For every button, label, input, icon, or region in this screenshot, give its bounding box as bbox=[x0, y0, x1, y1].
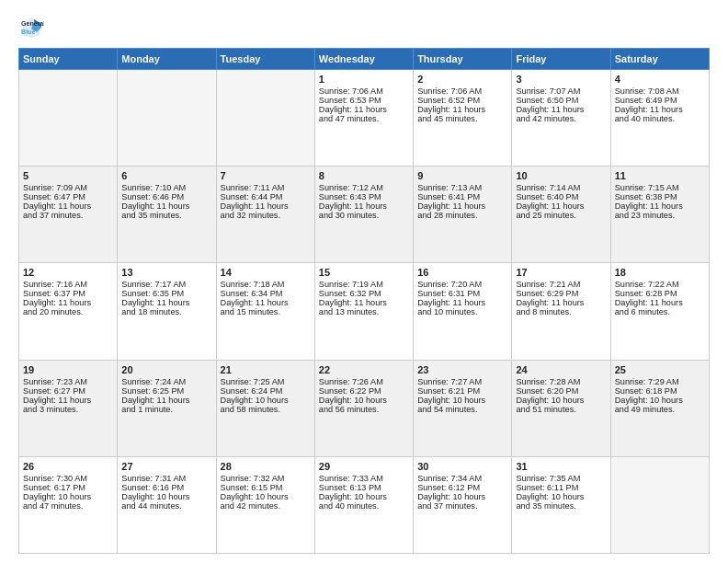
calendar-table: SundayMondayTuesdayWednesdayThursdayFrid… bbox=[18, 48, 710, 554]
day-number: 21 bbox=[221, 364, 311, 375]
day-info: Daylight: 11 hours bbox=[319, 298, 409, 307]
day-info: Sunrise: 7:29 AM bbox=[615, 377, 705, 386]
day-info: Daylight: 10 hours bbox=[615, 396, 705, 405]
calendar-cell: 5Sunrise: 7:09 AMSunset: 6:47 PMDaylight… bbox=[19, 167, 118, 263]
day-info: and 15 minutes. bbox=[221, 307, 311, 316]
svg-text:Blue: Blue bbox=[21, 29, 35, 35]
day-info: Sunset: 6:15 PM bbox=[221, 483, 311, 492]
calendar-cell: 11Sunrise: 7:15 AMSunset: 6:38 PMDayligh… bbox=[610, 167, 709, 263]
day-info: Daylight: 11 hours bbox=[516, 201, 606, 211]
day-info: and 40 minutes. bbox=[319, 501, 409, 511]
day-info: Sunset: 6:44 PM bbox=[221, 192, 311, 201]
day-info: Sunrise: 7:14 AM bbox=[516, 183, 606, 192]
day-info: Sunrise: 7:20 AM bbox=[417, 280, 507, 289]
day-info: Daylight: 11 hours bbox=[121, 396, 211, 405]
day-info: Sunset: 6:32 PM bbox=[319, 289, 409, 298]
day-info: Daylight: 10 hours bbox=[121, 492, 211, 501]
day-info: Daylight: 11 hours bbox=[121, 201, 211, 211]
day-info: Sunrise: 7:18 AM bbox=[221, 280, 311, 289]
day-info: Sunset: 6:20 PM bbox=[516, 386, 606, 396]
day-info: and 6 minutes. bbox=[615, 307, 705, 316]
logo: General Blue bbox=[18, 15, 44, 40]
day-info: Daylight: 10 hours bbox=[417, 492, 507, 501]
day-info: Sunset: 6:18 PM bbox=[615, 386, 705, 396]
day-info: Sunrise: 7:30 AM bbox=[23, 474, 113, 483]
day-info: and 45 minutes. bbox=[417, 114, 507, 123]
day-number: 27 bbox=[121, 461, 211, 472]
day-info: and 32 minutes. bbox=[221, 211, 311, 220]
calendar-cell: 2Sunrise: 7:06 AMSunset: 6:52 PMDaylight… bbox=[414, 70, 512, 167]
day-info: and 47 minutes. bbox=[319, 114, 409, 123]
day-info: Sunrise: 7:17 AM bbox=[121, 280, 211, 289]
day-info: Sunset: 6:35 PM bbox=[121, 289, 211, 298]
day-info: Sunrise: 7:25 AM bbox=[221, 377, 311, 386]
day-info: Sunset: 6:41 PM bbox=[417, 192, 507, 201]
day-of-week-monday: Monday bbox=[118, 49, 216, 70]
day-info: Sunset: 6:11 PM bbox=[516, 483, 606, 492]
day-info: Sunrise: 7:19 AM bbox=[319, 280, 409, 289]
calendar-cell: 23Sunrise: 7:27 AMSunset: 6:21 PMDayligh… bbox=[414, 360, 512, 456]
calendar-cell: 24Sunrise: 7:28 AMSunset: 6:20 PMDayligh… bbox=[512, 360, 610, 456]
day-info: Sunset: 6:53 PM bbox=[319, 96, 409, 105]
day-info: and 23 minutes. bbox=[615, 211, 705, 220]
day-info: Sunset: 6:49 PM bbox=[615, 96, 705, 105]
day-info: Sunset: 6:27 PM bbox=[23, 386, 113, 396]
day-number: 4 bbox=[615, 74, 705, 85]
day-info: Sunrise: 7:13 AM bbox=[417, 183, 507, 192]
day-info: and 35 minutes. bbox=[516, 501, 606, 511]
day-number: 1 bbox=[319, 74, 409, 85]
calendar-week-1: 1Sunrise: 7:06 AMSunset: 6:53 PMDaylight… bbox=[19, 70, 710, 167]
day-info: Sunrise: 7:32 AM bbox=[221, 474, 311, 483]
day-info: and 56 minutes. bbox=[319, 405, 409, 414]
day-info: Sunset: 6:52 PM bbox=[417, 96, 507, 105]
day-info: Daylight: 11 hours bbox=[516, 105, 606, 114]
day-info: Sunrise: 7:07 AM bbox=[516, 86, 606, 96]
calendar-cell: 1Sunrise: 7:06 AMSunset: 6:53 PMDaylight… bbox=[314, 70, 413, 167]
day-number: 20 bbox=[121, 364, 211, 375]
day-info: Sunrise: 7:09 AM bbox=[23, 183, 113, 192]
day-number: 6 bbox=[121, 170, 211, 181]
day-number: 12 bbox=[23, 267, 113, 278]
calendar-week-3: 12Sunrise: 7:16 AMSunset: 6:37 PMDayligh… bbox=[19, 263, 710, 360]
day-number: 31 bbox=[516, 461, 606, 472]
calendar-cell: 17Sunrise: 7:21 AMSunset: 6:29 PMDayligh… bbox=[512, 263, 610, 360]
day-number: 28 bbox=[221, 461, 311, 472]
day-number: 16 bbox=[417, 267, 507, 278]
calendar-cell: 21Sunrise: 7:25 AMSunset: 6:24 PMDayligh… bbox=[216, 360, 314, 456]
day-info: Daylight: 10 hours bbox=[516, 396, 606, 405]
day-number: 26 bbox=[23, 461, 113, 472]
day-info: and 49 minutes. bbox=[615, 405, 705, 414]
calendar-cell: 19Sunrise: 7:23 AMSunset: 6:27 PMDayligh… bbox=[19, 360, 118, 456]
day-info: Sunset: 6:47 PM bbox=[23, 192, 113, 201]
page: General Blue SundayMondayTuesdayWednesda… bbox=[0, 0, 728, 563]
day-info: and 3 minutes. bbox=[23, 405, 113, 414]
day-info: Sunset: 6:24 PM bbox=[221, 386, 311, 396]
calendar-cell: 27Sunrise: 7:31 AMSunset: 6:16 PMDayligh… bbox=[118, 456, 216, 553]
calendar-cell: 30Sunrise: 7:34 AMSunset: 6:12 PMDayligh… bbox=[414, 456, 512, 553]
calendar-cell: 31Sunrise: 7:35 AMSunset: 6:11 PMDayligh… bbox=[512, 456, 610, 553]
calendar-cell: 9Sunrise: 7:13 AMSunset: 6:41 PMDaylight… bbox=[414, 167, 512, 263]
day-number: 24 bbox=[516, 364, 606, 375]
calendar-week-5: 26Sunrise: 7:30 AMSunset: 6:17 PMDayligh… bbox=[19, 456, 710, 553]
day-info: Daylight: 10 hours bbox=[319, 396, 409, 405]
day-info: Daylight: 11 hours bbox=[23, 396, 113, 405]
day-info: Sunset: 6:50 PM bbox=[516, 96, 606, 105]
day-of-week-sunday: Sunday bbox=[19, 49, 118, 70]
day-number: 14 bbox=[221, 267, 311, 278]
calendar-week-4: 19Sunrise: 7:23 AMSunset: 6:27 PMDayligh… bbox=[19, 360, 710, 456]
day-info: Daylight: 11 hours bbox=[417, 201, 507, 211]
calendar-cell: 16Sunrise: 7:20 AMSunset: 6:31 PMDayligh… bbox=[414, 263, 512, 360]
day-info: Daylight: 11 hours bbox=[615, 105, 705, 114]
day-info: Sunset: 6:46 PM bbox=[121, 192, 211, 201]
day-info: Daylight: 11 hours bbox=[23, 298, 113, 307]
day-number: 17 bbox=[516, 267, 606, 278]
day-number: 25 bbox=[615, 364, 705, 375]
day-info: Sunrise: 7:10 AM bbox=[121, 183, 211, 192]
day-number: 3 bbox=[516, 74, 606, 85]
calendar-cell: 29Sunrise: 7:33 AMSunset: 6:13 PMDayligh… bbox=[314, 456, 413, 553]
day-number: 8 bbox=[319, 170, 409, 181]
day-info: Sunrise: 7:06 AM bbox=[319, 86, 409, 96]
day-info: Sunrise: 7:23 AM bbox=[23, 377, 113, 386]
day-info: and 25 minutes. bbox=[516, 211, 606, 220]
day-info: Sunrise: 7:33 AM bbox=[319, 474, 409, 483]
